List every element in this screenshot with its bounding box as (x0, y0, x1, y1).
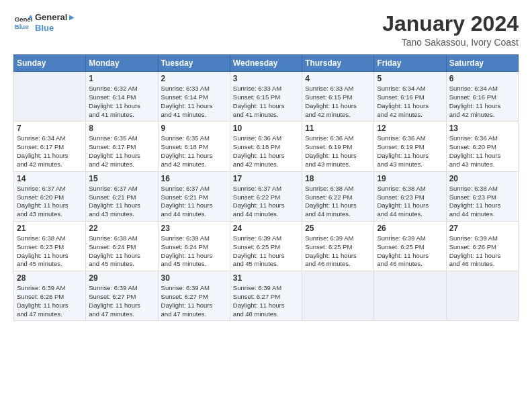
cell-info: Sunrise: 6:33 AM Sunset: 6:14 PM Dayligh… (161, 85, 227, 119)
cell-info: Sunrise: 6:36 AM Sunset: 6:19 PM Dayligh… (377, 134, 443, 169)
cell-info: Sunrise: 6:36 AM Sunset: 6:18 PM Dayligh… (233, 134, 299, 169)
table-row (374, 271, 446, 321)
calendar-header-row: Sunday Monday Tuesday Wednesday Thursday… (14, 55, 519, 72)
svg-text:Blue: Blue (15, 22, 29, 30)
day-number: 3 (233, 74, 299, 83)
table-row (14, 72, 86, 122)
day-number: 16 (161, 174, 227, 183)
table-row: 4Sunrise: 6:33 AM Sunset: 6:15 PM Daylig… (302, 72, 374, 122)
table-row (302, 271, 374, 321)
table-row: 27Sunrise: 6:39 AM Sunset: 6:26 PM Dayli… (446, 221, 518, 271)
page: General Blue General► Blue January 2024 … (0, 0, 532, 411)
day-number: 20 (449, 174, 515, 183)
logo-text-block: General► Blue (35, 12, 76, 33)
day-number: 11 (305, 124, 371, 133)
table-row: 21Sunrise: 6:38 AM Sunset: 6:23 PM Dayli… (14, 221, 86, 271)
table-row: 24Sunrise: 6:39 AM Sunset: 6:25 PM Dayli… (230, 221, 302, 271)
cell-info: Sunrise: 6:38 AM Sunset: 6:23 PM Dayligh… (17, 234, 83, 269)
day-number: 25 (305, 224, 371, 233)
day-number: 4 (305, 74, 371, 83)
col-saturday: Saturday (446, 55, 518, 72)
cell-info: Sunrise: 6:39 AM Sunset: 6:26 PM Dayligh… (449, 234, 515, 269)
table-row: 9Sunrise: 6:35 AM Sunset: 6:18 PM Daylig… (158, 122, 230, 171)
cell-info: Sunrise: 6:39 AM Sunset: 6:25 PM Dayligh… (305, 234, 371, 269)
table-row: 31Sunrise: 6:39 AM Sunset: 6:27 PM Dayli… (230, 271, 302, 321)
logo: General Blue General► Blue (13, 12, 76, 33)
day-number: 15 (89, 174, 154, 183)
cell-info: Sunrise: 6:37 AM Sunset: 6:21 PM Dayligh… (89, 185, 154, 219)
table-row: 5Sunrise: 6:34 AM Sunset: 6:16 PM Daylig… (374, 72, 446, 122)
cell-info: Sunrise: 6:39 AM Sunset: 6:26 PM Dayligh… (17, 284, 83, 318)
table-row: 1Sunrise: 6:32 AM Sunset: 6:14 PM Daylig… (86, 72, 158, 122)
title-block: January 2024 Tano Sakassou, Ivory Coast (382, 12, 519, 48)
table-row: 19Sunrise: 6:38 AM Sunset: 6:23 PM Dayli… (374, 171, 446, 221)
day-number: 27 (449, 224, 515, 233)
calendar-week-row: 21Sunrise: 6:38 AM Sunset: 6:23 PM Dayli… (14, 221, 519, 271)
table-row: 14Sunrise: 6:37 AM Sunset: 6:20 PM Dayli… (14, 171, 86, 221)
cell-info: Sunrise: 6:33 AM Sunset: 6:15 PM Dayligh… (305, 85, 371, 119)
cell-info: Sunrise: 6:38 AM Sunset: 6:22 PM Dayligh… (305, 185, 371, 219)
day-number: 6 (449, 74, 515, 83)
col-tuesday: Tuesday (158, 55, 230, 72)
day-number: 14 (17, 174, 83, 183)
col-friday: Friday (374, 55, 446, 72)
cell-info: Sunrise: 6:39 AM Sunset: 6:25 PM Dayligh… (233, 234, 299, 269)
table-row: 18Sunrise: 6:38 AM Sunset: 6:22 PM Dayli… (302, 171, 374, 221)
cell-info: Sunrise: 6:36 AM Sunset: 6:19 PM Dayligh… (305, 134, 371, 169)
cell-info: Sunrise: 6:38 AM Sunset: 6:24 PM Dayligh… (89, 234, 154, 269)
day-number: 2 (161, 74, 227, 83)
table-row: 2Sunrise: 6:33 AM Sunset: 6:14 PM Daylig… (158, 72, 230, 122)
cell-info: Sunrise: 6:39 AM Sunset: 6:27 PM Dayligh… (89, 284, 154, 318)
cell-info: Sunrise: 6:33 AM Sunset: 6:15 PM Dayligh… (233, 85, 299, 119)
day-number: 26 (377, 224, 443, 233)
cell-info: Sunrise: 6:39 AM Sunset: 6:27 PM Dayligh… (233, 284, 299, 318)
table-row: 20Sunrise: 6:38 AM Sunset: 6:23 PM Dayli… (446, 171, 518, 221)
day-number: 23 (161, 224, 227, 233)
calendar-week-row: 14Sunrise: 6:37 AM Sunset: 6:20 PM Dayli… (14, 171, 519, 221)
day-number: 29 (89, 273, 154, 283)
col-thursday: Thursday (302, 55, 374, 72)
table-row: 8Sunrise: 6:35 AM Sunset: 6:17 PM Daylig… (86, 122, 158, 171)
table-row: 22Sunrise: 6:38 AM Sunset: 6:24 PM Dayli… (86, 221, 158, 271)
calendar-table: Sunday Monday Tuesday Wednesday Thursday… (13, 54, 519, 321)
cell-info: Sunrise: 6:38 AM Sunset: 6:23 PM Dayligh… (449, 185, 515, 219)
table-row: 28Sunrise: 6:39 AM Sunset: 6:26 PM Dayli… (14, 271, 86, 321)
cell-info: Sunrise: 6:34 AM Sunset: 6:17 PM Dayligh… (17, 134, 83, 169)
col-sunday: Sunday (14, 55, 86, 72)
table-row: 25Sunrise: 6:39 AM Sunset: 6:25 PM Dayli… (302, 221, 374, 271)
day-number: 8 (89, 124, 154, 133)
table-row: 6Sunrise: 6:34 AM Sunset: 6:16 PM Daylig… (446, 72, 518, 122)
cell-info: Sunrise: 6:37 AM Sunset: 6:20 PM Dayligh… (17, 185, 83, 219)
logo-icon: General Blue (13, 13, 32, 32)
table-row: 30Sunrise: 6:39 AM Sunset: 6:27 PM Dayli… (158, 271, 230, 321)
day-number: 28 (17, 273, 83, 283)
col-monday: Monday (86, 55, 158, 72)
table-row: 3Sunrise: 6:33 AM Sunset: 6:15 PM Daylig… (230, 72, 302, 122)
cell-info: Sunrise: 6:38 AM Sunset: 6:23 PM Dayligh… (377, 185, 443, 219)
cell-info: Sunrise: 6:39 AM Sunset: 6:25 PM Dayligh… (377, 234, 443, 269)
day-number: 12 (377, 124, 443, 133)
day-number: 24 (233, 224, 299, 233)
calendar-week-row: 28Sunrise: 6:39 AM Sunset: 6:26 PM Dayli… (14, 271, 519, 321)
day-number: 1 (89, 74, 154, 83)
table-row: 7Sunrise: 6:34 AM Sunset: 6:17 PM Daylig… (14, 122, 86, 171)
table-row: 29Sunrise: 6:39 AM Sunset: 6:27 PM Dayli… (86, 271, 158, 321)
cell-info: Sunrise: 6:39 AM Sunset: 6:27 PM Dayligh… (161, 284, 227, 318)
table-row: 16Sunrise: 6:37 AM Sunset: 6:21 PM Dayli… (158, 171, 230, 221)
table-row: 15Sunrise: 6:37 AM Sunset: 6:21 PM Dayli… (86, 171, 158, 221)
day-number: 10 (233, 124, 299, 133)
table-row: 12Sunrise: 6:36 AM Sunset: 6:19 PM Dayli… (374, 122, 446, 171)
table-row: 13Sunrise: 6:36 AM Sunset: 6:20 PM Dayli… (446, 122, 518, 171)
col-wednesday: Wednesday (230, 55, 302, 72)
month-title: January 2024 (382, 12, 519, 36)
cell-info: Sunrise: 6:39 AM Sunset: 6:24 PM Dayligh… (161, 234, 227, 269)
cell-info: Sunrise: 6:35 AM Sunset: 6:18 PM Dayligh… (161, 134, 227, 169)
day-number: 21 (17, 224, 83, 233)
location: Tano Sakassou, Ivory Coast (382, 37, 519, 48)
day-number: 9 (161, 124, 227, 133)
cell-info: Sunrise: 6:35 AM Sunset: 6:17 PM Dayligh… (89, 134, 154, 169)
cell-info: Sunrise: 6:34 AM Sunset: 6:16 PM Dayligh… (377, 85, 443, 119)
day-number: 18 (305, 174, 371, 183)
day-number: 31 (233, 273, 299, 283)
cell-info: Sunrise: 6:34 AM Sunset: 6:16 PM Dayligh… (449, 85, 515, 119)
